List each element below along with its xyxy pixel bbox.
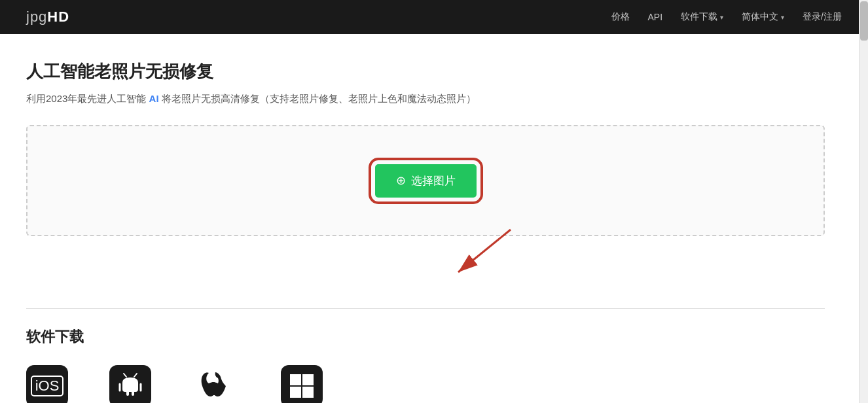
svg-line-1 bbox=[458, 230, 511, 272]
scrollbar-thumb[interactable] bbox=[860, 1, 868, 41]
logo-jpg: jpg bbox=[26, 9, 47, 26]
ios-icon: iOS bbox=[31, 376, 64, 396]
dropdown-arrow-software: ▾ bbox=[720, 14, 723, 21]
page-title: 人工智能老照片无损修复 bbox=[26, 60, 825, 83]
dropdown-arrow-language: ▾ bbox=[781, 14, 784, 21]
download-item-android[interactable]: Android AppGoogle Play bbox=[107, 365, 154, 403]
main-content: 人工智能老照片无损修复 利用2023年最先进人工智能 AI 将老照片无损高清修复… bbox=[0, 34, 851, 403]
plus-icon: ⊕ bbox=[396, 173, 406, 188]
navbar-links: 价格 API 软件下载 ▾ 简体中文 ▾ 登录/注册 bbox=[611, 11, 842, 23]
upload-area[interactable]: ⊕ 选择图片 bbox=[26, 125, 825, 236]
svg-rect-8 bbox=[290, 374, 301, 385]
select-image-button[interactable]: ⊕ 选择图片 bbox=[375, 164, 477, 198]
apple-icon bbox=[196, 368, 232, 403]
arrow-annotation bbox=[26, 249, 825, 302]
svg-rect-9 bbox=[302, 374, 314, 385]
logo-hd: HD bbox=[47, 9, 69, 26]
nav-language[interactable]: 简体中文 ▾ bbox=[742, 11, 784, 23]
svg-line-6 bbox=[124, 374, 126, 377]
page-subtitle: 利用2023年最先进人工智能 AI 将老照片无损高清修复（支持老照片修复、老照片… bbox=[26, 91, 825, 107]
nav-api[interactable]: API bbox=[648, 12, 663, 22]
download-item-windows[interactable]: Windows 32bitWindows 64bit bbox=[274, 365, 330, 403]
svg-rect-11 bbox=[302, 387, 314, 398]
scrollbar[interactable] bbox=[859, 0, 868, 403]
ai-highlight: AI bbox=[149, 93, 159, 104]
svg-rect-10 bbox=[290, 387, 301, 398]
download-item-ios[interactable]: iOS iOS App bbox=[26, 365, 68, 403]
site-logo[interactable]: jpg HD bbox=[26, 9, 69, 26]
download-grid: iOS iOS App bbox=[26, 365, 825, 403]
windows-icon-wrapper bbox=[281, 365, 323, 403]
download-item-macos[interactable]: Mac OS bbox=[193, 365, 235, 403]
nav-software[interactable]: 软件下载 ▾ bbox=[681, 11, 723, 23]
svg-line-7 bbox=[134, 374, 137, 377]
nav-price[interactable]: 价格 bbox=[611, 11, 630, 23]
windows-icon bbox=[289, 373, 315, 399]
software-download-title: 软件下载 bbox=[26, 327, 825, 347]
nav-login[interactable]: 登录/注册 bbox=[803, 11, 842, 23]
navbar: jpg HD 价格 API 软件下载 ▾ 简体中文 ▾ 登录/注册 bbox=[0, 0, 868, 34]
section-divider bbox=[26, 308, 825, 309]
ios-icon-wrapper: iOS bbox=[26, 365, 68, 403]
red-arrow-icon bbox=[445, 223, 524, 289]
android-icon-wrapper bbox=[109, 365, 151, 403]
android-icon bbox=[117, 371, 143, 401]
macos-icon-wrapper bbox=[193, 365, 235, 403]
